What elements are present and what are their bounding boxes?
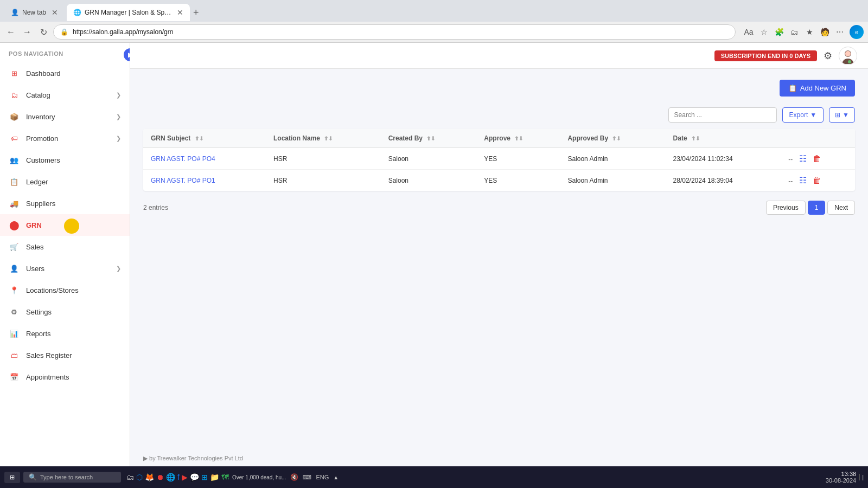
taskbar-icon-maps[interactable]: 🗺 xyxy=(221,473,229,481)
sidebar-item-reports[interactable]: 📊 Reports xyxy=(0,323,130,344)
language-label: ENG xyxy=(316,474,329,480)
new-tab-button[interactable]: + xyxy=(193,7,199,18)
taskbar-icon-yt[interactable]: ▶ xyxy=(182,473,188,481)
export-button[interactable]: Export ▼ xyxy=(782,107,824,123)
sort-icon-approved-by[interactable]: ⬆⬇ xyxy=(612,136,621,142)
sidebar-label-users: Users xyxy=(26,265,44,273)
delete-action-icon-0[interactable]: 🗑 xyxy=(813,154,821,163)
tab-active-2[interactable]: 🌐 GRN Manager | Salon & Spa Man... ✕ xyxy=(67,4,190,21)
tab-close-2[interactable]: ✕ xyxy=(177,8,183,17)
delete-action-icon-1[interactable]: 🗑 xyxy=(813,176,821,185)
sidebar-item-appointments[interactable]: 📅 Appointments xyxy=(0,366,130,388)
sidebar-item-catalog[interactable]: 🗂 Catalog ❯ xyxy=(0,84,130,106)
sidebar-item-sales-register[interactable]: 🗃 Sales Register xyxy=(0,344,130,366)
taskbar-icon-ms[interactable]: ⊞ xyxy=(201,473,208,481)
grn-icon: ⬤ xyxy=(9,220,20,230)
cell-created-by-1: Saloon xyxy=(381,170,477,191)
add-new-grn-button[interactable]: 📋 Add New GRN xyxy=(780,80,855,97)
sort-icon-location[interactable]: ⬆⬇ xyxy=(324,136,333,142)
grid-dropdown-icon: ▼ xyxy=(843,111,849,119)
extension-icon[interactable]: 🧩 xyxy=(774,27,784,37)
edge-icon[interactable]: e xyxy=(850,25,864,39)
more-icon[interactable]: ⋯ xyxy=(834,27,845,37)
sidebar-item-ledger[interactable]: 📋 Ledger xyxy=(0,171,130,192)
tab-close-1[interactable]: ✕ xyxy=(52,8,58,17)
sort-icon-created-by[interactable]: ⬆⬇ xyxy=(426,136,435,142)
view-action-icon-0[interactable]: ☷ xyxy=(799,154,807,163)
sound-icon[interactable]: 🔇 xyxy=(290,473,298,481)
sidebar-item-settings[interactable]: ⚙ Settings xyxy=(0,301,130,323)
sort-icon-approve[interactable]: ⬆⬇ xyxy=(514,136,523,142)
search-input[interactable] xyxy=(668,107,777,123)
sidebar-item-users[interactable]: 👤 Users ❯ xyxy=(0,258,130,279)
keyboard-icon[interactable]: ⌨ xyxy=(303,474,311,481)
sidebar-item-grn[interactable]: ⬤ GRN xyxy=(0,214,130,236)
export-dropdown-icon: ▼ xyxy=(810,111,816,119)
taskbar-icon-chrome[interactable]: 🌐 xyxy=(166,473,175,481)
reload-button[interactable]: ↻ xyxy=(37,25,50,38)
sort-icon-grn-subject[interactable]: ⬆⬇ xyxy=(195,136,203,142)
grid-view-button[interactable]: ⊞ ▼ xyxy=(829,107,855,123)
sidebar-item-customers[interactable]: 👥 Customers xyxy=(0,149,130,171)
sort-icon-date[interactable]: ⬆⬇ xyxy=(691,136,700,142)
sidebar-item-inventory[interactable]: 📦 Inventory ❯ xyxy=(0,106,130,127)
url-input[interactable] xyxy=(73,28,729,36)
taskbar-system-icons: Over 1,000 dead, hu... 🔇 ⌨ ENG ▲ xyxy=(232,473,339,481)
view-action-icon-1[interactable]: ☷ xyxy=(799,176,807,185)
profile-icon[interactable]: 🧑 xyxy=(819,27,830,37)
sidebar-item-promotion[interactable]: 🏷 Promotion ❯ xyxy=(0,127,130,149)
sidebar-label-inventory: Inventory xyxy=(26,113,55,121)
svg-point-2 xyxy=(845,51,851,56)
col-header-location: Location Name ⬆⬇ xyxy=(266,129,381,148)
main-content: SUBSCRIPTION END IN 0 DAYS ⚙ 📋 Add New G… xyxy=(130,43,868,488)
inventory-icon: 📦 xyxy=(9,111,20,122)
next-button[interactable]: Next xyxy=(827,201,855,215)
taskbar-search[interactable]: 🔍 Type here to search xyxy=(23,472,121,483)
settings-gear-icon[interactable]: ⚙ xyxy=(824,50,832,62)
forward-button[interactable]: → xyxy=(21,25,34,38)
sidebar-item-dashboard[interactable]: ⊞ Dashboard xyxy=(0,62,130,84)
tab-inactive-1[interactable]: 👤 New tab ✕ xyxy=(4,4,65,21)
bookmark-icon[interactable]: ☆ xyxy=(758,27,769,37)
content-area: 📋 Add New GRN Export ▼ ⊞ ▼ xyxy=(130,69,868,228)
sidebar-item-locations[interactable]: 📍 Locations/Stores xyxy=(0,279,130,301)
page-1-button[interactable]: 1 xyxy=(808,201,826,215)
collections-icon[interactable]: 🗂 xyxy=(789,27,800,37)
taskbar-icon-files[interactable]: 📁 xyxy=(210,473,219,481)
cell-date-1: 28/02/2024 18:39:04 xyxy=(666,170,781,191)
svg-point-1 xyxy=(843,59,853,64)
sidebar-label-dashboard: Dashboard xyxy=(26,69,61,78)
col-header-approved-by: Approved By ⬆⬇ xyxy=(560,129,665,148)
chevron-up-icon[interactable]: ▲ xyxy=(333,474,339,480)
sidebar-item-sales[interactable]: 🛒 Sales xyxy=(0,236,130,258)
taskbar-icon-fox[interactable]: 🦊 xyxy=(145,473,154,481)
pagination-controls: Previous 1 Next xyxy=(766,201,855,215)
footer-text: by Treewalker Technologies Pvt Ltd xyxy=(149,455,243,461)
taskbar-icon-fb[interactable]: f xyxy=(177,473,180,481)
grn-link-1[interactable]: GRN AGST. PO# PO1 xyxy=(151,177,215,184)
sidebar-label-settings: Settings xyxy=(26,308,52,316)
cell-actions-0: -- ☷ 🗑 xyxy=(781,148,855,170)
sidebar-item-suppliers[interactable]: 🚚 Suppliers xyxy=(0,192,130,214)
grn-table: GRN Subject ⬆⬇ Location Name ⬆⬇ Created … xyxy=(143,129,855,191)
grn-link-0[interactable]: GRN AGST. PO# PO4 xyxy=(151,155,215,163)
taskbar-icon-1[interactable]: 🗂 xyxy=(126,473,134,481)
taskbar-icon-edge[interactable]: ⬡ xyxy=(136,473,143,481)
settings-icon: ⚙ xyxy=(9,306,20,317)
show-desktop-icon[interactable]: | xyxy=(859,474,864,480)
previous-button[interactable]: Previous xyxy=(766,201,806,215)
export-label: Export xyxy=(789,111,808,119)
favorites-icon[interactable]: ★ xyxy=(804,27,815,37)
taskbar-icon-record[interactable]: ⏺ xyxy=(156,473,164,481)
read-mode-icon[interactable]: Aa xyxy=(743,27,754,37)
taskbar-icon-skype[interactable]: 💬 xyxy=(190,473,199,481)
user-avatar[interactable] xyxy=(839,47,857,65)
cell-grn-subject-1: GRN AGST. PO# PO1 xyxy=(143,170,266,191)
extra-field-0: -- xyxy=(788,156,793,163)
start-button[interactable]: ⊞ xyxy=(4,472,20,483)
pagination-area: 2 entries Previous 1 Next xyxy=(143,198,855,217)
back-button[interactable]: ← xyxy=(4,25,17,38)
entries-count: 2 entries xyxy=(143,204,168,211)
appointments-icon: 📅 xyxy=(9,371,20,382)
taskbar-search-icon: 🔍 xyxy=(29,473,37,481)
